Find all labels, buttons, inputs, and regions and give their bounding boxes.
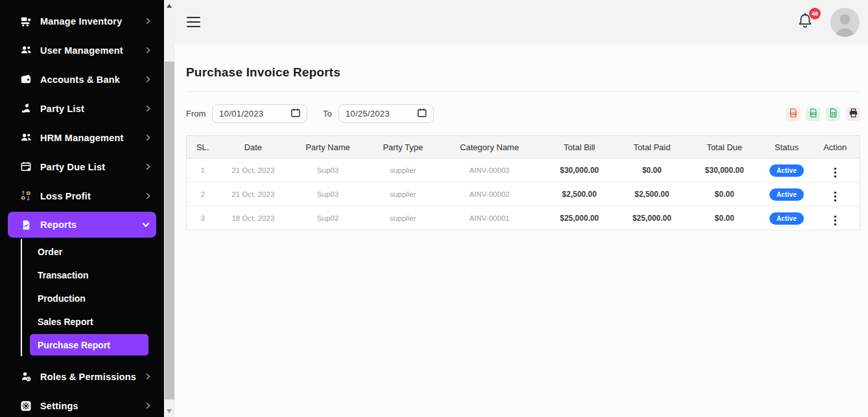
excel-file-icon [828,108,838,120]
row-action-kebab-icon[interactable] [830,165,840,180]
to-date-value: 10/25/2023 [346,109,417,118]
submenu-item-purchase-report[interactable]: Purchase Report [30,334,148,355]
column-header-party-name: Party Name [287,136,368,159]
pdf-file-icon: PDF [788,108,798,120]
row-action-kebab-icon[interactable] [830,189,840,204]
cell-date: 21 Oct, 2023 [218,183,287,207]
submenu-item-production[interactable]: Production [0,287,164,310]
hamburger-menu-icon[interactable] [187,14,200,30]
chevron-right-icon [145,105,152,113]
table-header-row: SL. Date Party Name Party Type Category … [187,136,860,159]
sidebar-item-hrm-management[interactable]: HRM Management [0,123,164,152]
title-divider [186,91,860,92]
status-badge[interactable]: Active [769,212,804,225]
sidebar-item-manage-inventory[interactable]: Manage Inventory [0,6,164,36]
export-excel-button[interactable] [826,107,840,121]
sidebar-item-party-list[interactable]: Party List [0,94,164,123]
avatar[interactable] [830,8,860,37]
cell-party-type: supplier [368,183,438,207]
export-csv-button[interactable]: CSV [806,107,820,121]
export-pdf-button[interactable]: PDF [786,107,800,121]
status-badge[interactable]: Active [769,188,804,201]
sidebar-item-label: Roles & Permissions [40,372,145,382]
to-date-input[interactable]: 10/25/2023 [338,104,434,123]
column-header-date: Date [218,136,287,159]
calendar-icon [19,161,32,174]
app-window: Manage Inventory User Management Account… [0,0,868,417]
sidebar-item-roles-permissions[interactable]: Roles & Permissions [0,362,164,391]
cell-party-type: supplier [368,207,438,231]
coins-arrows-icon: $$ [19,190,32,203]
cell-party-type: supplier [368,159,438,183]
sidebar-item-loss-profit[interactable]: $$ Loss Profit [0,181,164,210]
users-icon [19,131,32,144]
scroll-up-arrow-icon[interactable] [167,4,172,8]
sidebar-item-settings[interactable]: Settings [0,391,164,417]
wallet-icon [19,73,32,86]
submenu-item-order[interactable]: Order [0,240,164,264]
purchase-invoice-table: SL. Date Party Name Party Type Category … [186,135,860,231]
scrollbar-thumb[interactable] [165,62,174,400]
sidebar-item-label: HRM Management [40,133,145,143]
column-header-total-paid: Total Paid [618,136,686,159]
cell-total-paid: $25,000.00 [618,207,686,231]
cell-total-paid: $0.00 [618,159,686,183]
sidebar-item-user-management[interactable]: User Management [0,36,164,65]
topbar: 48 [175,0,868,44]
from-date-input[interactable]: 10/01/2023 [212,104,307,123]
chevron-right-icon [145,47,152,54]
print-button[interactable] [846,107,860,121]
submenu-item-label: Transaction [38,270,89,280]
sidebar-item-label: User Management [40,45,145,56]
column-header-total-due: Total Due [686,136,763,159]
table-row: 3 18 Oct, 2023 Sup02 supplier AINV-00001… [187,207,860,231]
sidebar-scrollbar[interactable] [164,0,175,417]
cell-party-name: Sup03 [287,159,368,183]
svg-text:$: $ [22,196,24,200]
submenu-item-label: Purchase Report [38,340,110,350]
submenu-item-label: Order [38,247,62,257]
calendar-picker-icon[interactable] [417,108,427,120]
svg-text:PDF: PDF [791,112,795,115]
chevron-right-icon [145,163,152,171]
sidebar-item-reports[interactable]: Reports [8,212,156,238]
column-header-action: Action [810,136,860,159]
submenu-item-sales-report[interactable]: Sales Report [0,310,164,333]
submenu-item-transaction[interactable]: Transaction [0,264,164,287]
submenu-item-label: Sales Report [38,317,93,327]
sidebar-item-party-due-list[interactable]: Party Due List [0,152,164,181]
svg-text:$: $ [27,191,29,195]
chevron-right-icon [145,134,152,142]
gear-icon [19,400,32,412]
from-label: From [186,109,205,118]
sidebar-item-label: Settings [40,401,145,411]
row-action-kebab-icon[interactable] [830,213,840,228]
sidebar-item-label: Party Due List [40,162,145,172]
cell-date: 21 Oct, 2023 [218,159,287,183]
reports-submenu: Order Transaction Production Sales Repor… [0,238,164,357]
chevron-right-icon [145,17,152,25]
status-badge[interactable]: Active [769,164,804,177]
scroll-down-arrow-icon[interactable] [167,409,172,413]
chevron-right-icon [145,373,152,381]
svg-text:CSV: CSV [811,112,816,115]
calendar-picker-icon[interactable] [291,108,300,120]
column-header-status: Status [763,136,811,159]
content-area: Purchase Invoice Reports From 10/01/2023… [175,44,868,231]
cell-category-name: AINV-00001 [438,207,541,231]
cell-party-name: Sup02 [287,207,368,231]
column-header-party-type: Party Type [368,136,438,159]
cell-total-bill: $25,000.00 [541,207,618,231]
users-icon [19,44,32,57]
notification-bell-icon[interactable]: 48 [797,12,815,32]
to-label: To [323,109,332,118]
main-area: 48 Purchase Invoice Reports From 10/01/2… [175,0,868,417]
cell-sl: 1 [187,159,219,183]
table-row: 2 21 Oct, 2023 Sup03 supplier AINV-00002… [187,183,860,207]
filter-row: From 10/01/2023 To 10/25/2023 [186,104,860,123]
sidebar-item-accounts-bank[interactable]: Accounts & Bank [0,65,164,94]
person-icon [19,102,32,115]
submenu-item-label: Production [38,293,86,304]
export-button-group: PDF CSV [786,107,860,121]
chevron-right-icon [145,402,152,410]
